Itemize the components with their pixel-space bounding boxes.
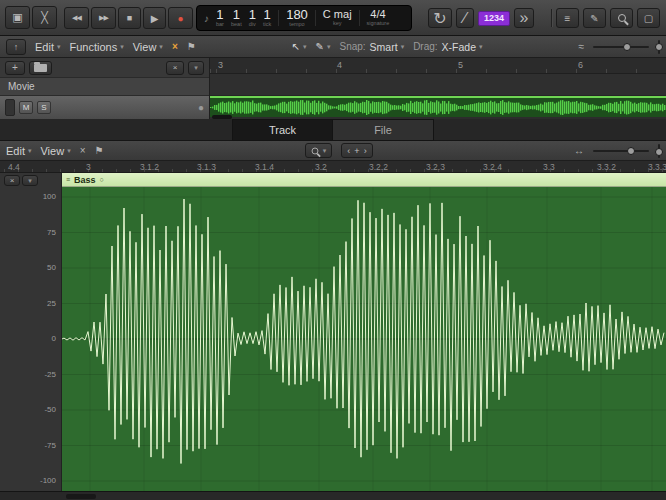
- rewind-button[interactable]: ◀◀: [64, 7, 89, 29]
- movie-track-header[interactable]: Movie: [0, 78, 209, 96]
- position-bar[interactable]: 1 bar: [216, 8, 224, 28]
- track-drag-handle[interactable]: [5, 99, 15, 116]
- tab-track[interactable]: Track: [232, 119, 333, 141]
- caret-icon: ▾: [28, 147, 32, 154]
- editor-marquee-icon[interactable]: ⚑: [95, 145, 104, 156]
- prev-transient-button[interactable]: ‹: [347, 146, 350, 156]
- stop-button[interactable]: ■: [118, 7, 141, 29]
- audio-region[interactable]: [210, 96, 666, 117]
- bar-ruler[interactable]: 3456: [210, 58, 666, 74]
- position-div[interactable]: 1 div: [249, 8, 256, 28]
- cycle-button[interactable]: ↻: [428, 8, 452, 28]
- plus-icon: +: [12, 62, 18, 73]
- horizontal-zoom-slider[interactable]: [593, 46, 649, 48]
- scale-value: -75: [44, 442, 56, 450]
- waveform-zoom-icon[interactable]: ≈: [579, 41, 585, 52]
- snap-select[interactable]: Snap: Smart ▾: [339, 41, 404, 53]
- solo-label: S: [41, 103, 46, 112]
- ruler-ticks: [210, 69, 666, 73]
- position-beat[interactable]: 1 beat: [231, 8, 242, 28]
- editor-crossfade-icon[interactable]: ×: [80, 145, 86, 156]
- vertical-zoom-slider[interactable]: [658, 40, 660, 54]
- transport-controls: ◀◀ ▶▶ ■ ▶ ●: [64, 7, 193, 29]
- slider-knob[interactable]: [655, 43, 663, 51]
- view-menu-label: View: [133, 41, 157, 53]
- add-track-button[interactable]: +: [5, 61, 25, 75]
- play-button[interactable]: ▶: [143, 7, 166, 29]
- next-transient-button[interactable]: ›: [364, 146, 367, 156]
- mute-button[interactable]: M: [19, 101, 33, 114]
- bass-track-lane[interactable]: [210, 96, 666, 119]
- scroll-thumb[interactable]: [66, 494, 96, 499]
- editor-hzoom-slider[interactable]: [593, 150, 649, 152]
- tools-toggle-button[interactable]: ╳: [32, 6, 57, 29]
- editor-view-menu[interactable]: View ▾: [40, 145, 70, 157]
- bass-waveform: [62, 187, 666, 491]
- editor-ruler[interactable]: 4.433.1.23.1.33.1.43.23.2.23.2.33.2.43.3…: [0, 161, 666, 173]
- play-icon: ▶: [151, 13, 159, 24]
- mode-buttons: ↻ ∕ 1234 »: [428, 8, 534, 28]
- key-display[interactable]: C maj key: [323, 9, 352, 27]
- waveform-display[interactable]: [62, 187, 666, 491]
- scale-value: 25: [47, 300, 56, 308]
- arrange-functions-menu[interactable]: Functions ▾: [69, 41, 123, 53]
- search-button[interactable]: ▾: [305, 143, 333, 158]
- caret-icon: ▾: [28, 177, 32, 184]
- editor-edit-menu[interactable]: Edit ▾: [6, 145, 31, 157]
- movie-track-lane[interactable]: [210, 74, 666, 96]
- secondary-tool-select[interactable]: ✎ ▾: [316, 41, 331, 52]
- hierarchy-button[interactable]: ↑: [6, 39, 26, 55]
- slider-knob[interactable]: [627, 147, 635, 155]
- display-mode-button[interactable]: ▢: [637, 8, 660, 28]
- signature-display[interactable]: 4/4 signature: [367, 9, 390, 27]
- input-monitor-icon[interactable]: ●: [198, 102, 204, 113]
- bass-track-header[interactable]: M S ●: [0, 96, 209, 119]
- scale-value: -25: [44, 371, 56, 379]
- region-name-bar[interactable]: ≡ Bass ○: [62, 173, 666, 187]
- autopunch-button[interactable]: ∕: [456, 8, 474, 28]
- lcd-divider: [315, 10, 316, 26]
- position-tick[interactable]: 1 tick: [263, 8, 271, 28]
- tempo-display[interactable]: 180 tempo: [286, 8, 308, 28]
- slider-knob[interactable]: [623, 43, 631, 51]
- punch-icon: ∕: [464, 9, 467, 27]
- drag-select[interactable]: Drag: X-Fade ▾: [413, 41, 482, 53]
- ruler-label: 3.3: [543, 162, 555, 172]
- fade-preset-button[interactable]: ×: [166, 61, 184, 75]
- region-loop-icon: ○: [100, 176, 104, 183]
- marquee-tool-icon[interactable]: ⚑: [187, 41, 196, 52]
- forward-button[interactable]: ▶▶: [91, 7, 116, 29]
- rewind-icon: ◀◀: [72, 14, 81, 22]
- count-in-badge[interactable]: 1234: [478, 11, 510, 26]
- solo-button[interactable]: S: [37, 101, 51, 114]
- editor-menu-button[interactable]: ▾: [22, 175, 38, 186]
- catch-icon[interactable]: ↔: [574, 145, 584, 156]
- header-menu-button[interactable]: ▾: [188, 61, 204, 75]
- editor-hscrollbar[interactable]: [0, 491, 666, 500]
- tick-value: 1: [263, 8, 270, 21]
- caret-icon: ▾: [57, 43, 61, 50]
- editor-fade-button[interactable]: ×: [4, 175, 20, 186]
- zoom-tool-button[interactable]: [610, 8, 633, 28]
- arrange-view-menu[interactable]: View ▾: [133, 41, 163, 53]
- ruler-label: 3.3.3: [648, 162, 666, 172]
- crossfade-tool-icon[interactable]: ×: [172, 41, 178, 52]
- new-folder-button[interactable]: [29, 61, 52, 75]
- ruler-label: 3.2.2: [369, 162, 388, 172]
- up-arrow-icon: ↑: [14, 42, 19, 52]
- editor-vzoom-slider[interactable]: [658, 144, 660, 158]
- library-toggle-button[interactable]: ▣: [5, 6, 30, 29]
- signature-value: 4/4: [370, 9, 385, 20]
- note-pads-button[interactable]: ✎: [583, 8, 606, 28]
- toolbar-toggle-button[interactable]: ≡: [556, 8, 579, 28]
- lcd-display[interactable]: ♪ 1 bar 1 beat 1 div 1 tick 180 tempo: [196, 5, 412, 31]
- more-modes-button[interactable]: »: [514, 8, 534, 28]
- caret-icon: ▾: [120, 43, 124, 50]
- bar-label: bar: [216, 22, 224, 28]
- caret-icon: ▾: [327, 43, 331, 50]
- record-button[interactable]: ●: [168, 7, 193, 29]
- tab-file[interactable]: File: [333, 119, 434, 141]
- arrange-edit-menu[interactable]: Edit ▾: [35, 41, 60, 53]
- slider-knob[interactable]: [655, 148, 663, 156]
- pointer-tool-select[interactable]: ↖ ▾: [292, 41, 307, 52]
